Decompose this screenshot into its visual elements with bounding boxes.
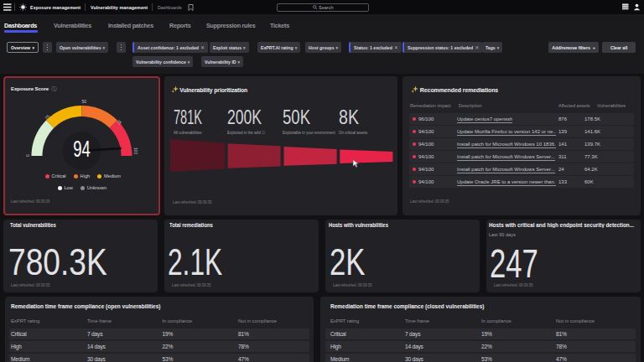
svg-text:100: 100: [133, 147, 138, 155]
svg-text:50: 50: [82, 99, 87, 104]
svg-text:0: 0: [25, 154, 30, 157]
svg-text:94: 94: [73, 137, 91, 162]
